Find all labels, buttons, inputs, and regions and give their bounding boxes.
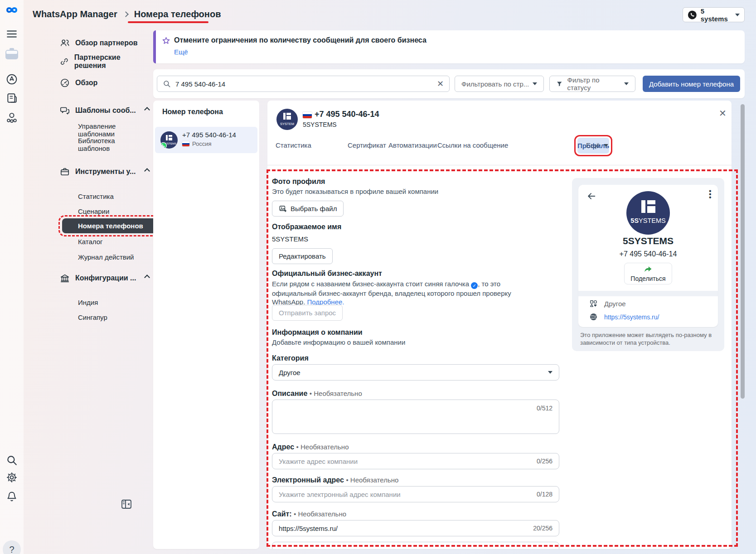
sidebar-item-singapore[interactable]: Сингапур [78, 312, 107, 322]
bell-icon[interactable] [6, 491, 18, 502]
label: Сайт: [272, 510, 292, 518]
website-input[interactable]: 20/256 [272, 520, 559, 536]
field-label-description: Описание • Необязательно [272, 390, 362, 398]
email-input[interactable]: 0/128 [272, 486, 559, 502]
filter-country-dropdown[interactable]: Фильтровать по стр... [455, 76, 544, 92]
sidebar-item-catalog[interactable]: Каталог [78, 236, 103, 246]
sidebar-item-partner-solutions[interactable]: Партнерские решения [60, 56, 146, 67]
address-input[interactable]: 0/256 [272, 453, 559, 469]
category-select[interactable]: Другое [272, 364, 559, 381]
filter-country-label: Фильтровать по стр... [461, 80, 529, 88]
send-request-button[interactable]: Отправить запрос [272, 305, 343, 321]
sidebar-item-partner-overview[interactable]: Обзор партнеров [60, 37, 138, 49]
filter-status-label: Фильтр по статусу [567, 76, 620, 92]
sidebar-item-statistics[interactable]: Статистика [78, 191, 114, 201]
avatar: 5SYSTEMS [626, 191, 670, 235]
choose-file-button[interactable]: Выбрать файл [272, 201, 344, 217]
email-field[interactable] [279, 491, 532, 498]
left-icon-rail: ? [0, 0, 24, 554]
sidebar-item-label: Номера телефонов [78, 222, 143, 230]
meta-logo-icon[interactable] [5, 5, 19, 15]
chevron-right-icon [123, 11, 129, 17]
image-add-icon [279, 205, 287, 213]
website-field[interactable] [279, 525, 528, 532]
gear-icon[interactable] [6, 472, 18, 483]
sidebar-section-management-tools[interactable]: Инструменты у... [60, 166, 136, 178]
section-subtitle: Это будет показываться в профиле вашей к… [272, 188, 438, 195]
divider [578, 291, 718, 296]
breadcrumb-current[interactable]: Номера телефонов [134, 9, 221, 19]
svg-text:SYSTEM: SYSTEM [280, 122, 294, 126]
sidebar-item-label: Управление шаблонами [78, 122, 146, 138]
tab-statistics[interactable]: Статистика [276, 141, 311, 149]
sidebar-item-phone-numbers[interactable]: Номера телефонов [62, 218, 168, 233]
optional-label: Необязательно [298, 510, 347, 518]
clear-search-icon[interactable]: ✕ [437, 79, 444, 89]
label: Электронный адрес [272, 476, 344, 484]
chevron-down-icon [624, 82, 629, 85]
divider [267, 165, 732, 165]
phone-list-row[interactable]: 5SYSTEMS +7 495 540-46-14 Россия [155, 127, 257, 153]
vertical-scrollbar[interactable] [741, 104, 745, 399]
share-arrow-icon [644, 265, 653, 274]
search-icon[interactable] [6, 454, 18, 466]
chevron-up-icon[interactable] [144, 275, 150, 280]
sidebar-item-label: Индия [78, 299, 98, 306]
sidebar-item-india[interactable]: Индия [78, 297, 98, 307]
sidebar-item-template-management[interactable]: Управление шаблонами [78, 125, 146, 135]
add-phone-number-button[interactable]: Добавить номер телефона [643, 76, 740, 92]
next-field-partial[interactable] [272, 542, 559, 549]
kebab-menu-icon[interactable]: ••• [709, 189, 712, 199]
account-switcher[interactable]: 5 systems [683, 7, 745, 22]
annotation-red-underline [128, 21, 208, 23]
sidebar-item-overview[interactable]: Обзор [60, 77, 97, 89]
row-phone-number: +7 495 540-46-14 [182, 131, 236, 139]
whatsapp-manager-app: ? Обзор партнеров Партнерские решения [0, 0, 756, 554]
pages-icon[interactable] [6, 92, 18, 104]
ads-manager-icon[interactable] [6, 73, 18, 85]
button-label: Выбрать файл [291, 205, 337, 212]
sidebar-item-template-library[interactable]: Библиотека шаблонов [78, 140, 146, 149]
sidebar-item-scenarios[interactable]: Сценарии [78, 206, 109, 216]
address-field[interactable] [279, 458, 532, 465]
funnel-icon [556, 80, 563, 87]
back-arrow-icon[interactable] [586, 191, 596, 201]
close-icon[interactable]: ✕ [719, 108, 727, 119]
people-icon [60, 38, 70, 48]
link-icon [60, 57, 69, 67]
field-label-address: Адрес • Необязательно [272, 443, 349, 451]
phone-list-panel: Номер телефона 5SYSTEMS +7 495 540-46-14… [153, 101, 259, 549]
sidebar-item-label: Сингапур [78, 313, 107, 321]
tab-certificate[interactable]: Сертификат [348, 141, 386, 149]
description-textarea[interactable]: 0/512 [272, 400, 559, 434]
hamburger-menu-icon[interactable] [6, 28, 18, 40]
chevron-up-icon[interactable] [144, 168, 150, 174]
tab-message-links[interactable]: Ссылки на сообщение [437, 141, 508, 149]
search-field[interactable] [175, 80, 432, 88]
sidebar-section-label: Инструменты у... [75, 168, 136, 176]
sidebar-section-message-templates[interactable]: Шаблоны сооб... [60, 105, 136, 116]
preview-website-link[interactable]: https://5systems.ru/ [604, 313, 659, 321]
tab-more[interactable]: Ещё [586, 141, 608, 149]
sidebar-item-activity-log[interactable]: Журнал действий [78, 252, 134, 262]
collapse-sidebar-icon[interactable] [121, 498, 132, 510]
edit-button[interactable]: Редактировать [272, 248, 333, 264]
text: Если рядом с названием бизнес-аккаунта с… [272, 280, 471, 288]
filter-status-dropdown[interactable]: Фильтр по статусу [549, 76, 635, 92]
sidebar-section-configurations[interactable]: Конфигурации ... [60, 272, 136, 284]
sidebar-item-label: Сценарии [78, 207, 109, 215]
banner-more-link[interactable]: Ещё [174, 48, 188, 56]
app-title[interactable]: WhatsApp Manager [33, 9, 117, 19]
svg-text:5SYSTEMS: 5SYSTEMS [630, 217, 665, 224]
optional-label: Необязательно [300, 443, 349, 451]
search-input[interactable]: ✕ [157, 76, 450, 92]
business-suitcase-icon[interactable] [4, 45, 20, 62]
preview-name: 5SYSTEMS [578, 236, 718, 246]
share-button[interactable]: Поделиться [624, 263, 672, 284]
chevron-up-icon[interactable] [144, 107, 150, 113]
tab-automations[interactable]: Автоматизации [388, 141, 437, 149]
sidebar-item-label: Обзор [75, 79, 97, 87]
org-structure-icon[interactable] [6, 111, 18, 123]
help-icon[interactable]: ? [3, 540, 21, 554]
profile-preview-container: ••• 5SYSTEMS 5SYSTEMS +7 495 540-46-14 П… [572, 178, 724, 351]
